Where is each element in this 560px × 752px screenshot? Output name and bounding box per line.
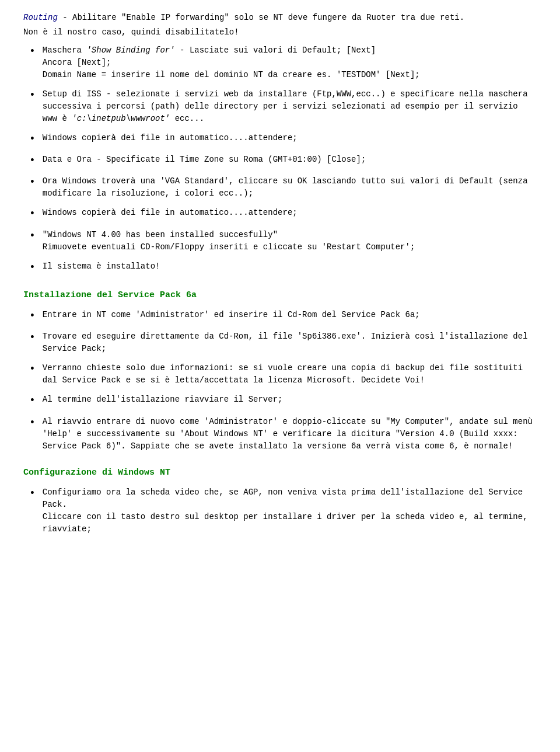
bullet-icon: • [29, 394, 36, 408]
routing-description: - Abilitare "Enable IP forwarding" solo … [58, 13, 464, 22]
bullet-content-windows-copy-1: Windows copierà dei file in automatico..… [43, 132, 537, 144]
list-item: • Il sistema è installato! [23, 260, 537, 275]
routing-link: Routing [23, 13, 58, 22]
bullet-content-verranno: Verranno chieste solo due informazioni: … [43, 362, 537, 387]
bullet-content-windows-nt: "Windows NT 4.00 has been installed succ… [43, 229, 537, 253]
config-windows-heading: Configurazione di Windows NT [23, 466, 537, 480]
list-item: • Configuriamo ora la scheda video che, … [23, 486, 537, 535]
bullet-icon: • [29, 486, 36, 501]
bullet-icon: • [29, 207, 36, 221]
list-item: • Maschera 'Show Binding for' - Lasciate… [23, 44, 537, 81]
bullet-icon: • [29, 132, 36, 147]
list-item: • Windows copierà dei file in automatico… [23, 132, 537, 147]
list-item: • Ora Windows troverà una 'VGA Standard'… [23, 175, 537, 200]
bullet-content-setup: Setup di ISS - selezionate i servizi web… [43, 88, 537, 125]
bullet-icon: • [29, 44, 36, 59]
bullet-icon: • [29, 154, 36, 168]
bullet-icon: • [29, 229, 36, 243]
bullet-icon: • [29, 175, 36, 190]
bullet-content-sistema: Il sistema è installato! [43, 260, 537, 273]
list-item: • "Windows NT 4.00 has been installed su… [23, 229, 537, 253]
non-line: Non è il nostro caso, quindi disabilitat… [23, 26, 537, 39]
list-item: • Al riavvio entrare di nuovo come 'Admi… [23, 416, 537, 452]
bullet-content-riavvio: Al riavvio entrare di nuovo come 'Admini… [43, 416, 537, 452]
bullet-icon: • [29, 88, 36, 103]
service-pack-list: • Entrare in NT come 'Administrator' ed … [23, 309, 537, 452]
list-item: • Windows copierà dei file in automatico… [23, 207, 537, 221]
list-item: • Verranno chieste solo due informazioni… [23, 362, 537, 387]
bullet-content-maschera: Maschera 'Show Binding for' - Lasciate s… [43, 44, 537, 81]
list-item: • Al termine dell'istallazione riavviare… [23, 394, 537, 408]
intro-routing-paragraph: Routing - Abilitare "Enable IP forwardin… [23, 12, 537, 24]
config-windows-list: • Configuriamo ora la scheda video che, … [23, 486, 537, 535]
bullet-content-trovare: Trovare ed eseguire direttamente da Cd-R… [43, 330, 537, 355]
bullet-content-data-ora: Data e Ora - Specificate il Time Zone su… [43, 154, 537, 166]
bullet-icon: • [29, 362, 36, 377]
bullet-icon: • [29, 309, 36, 323]
service-pack-heading: Installazione del Service Pack 6a [23, 289, 537, 302]
bullet-content-termine: Al termine dell'istallazione riavviare i… [43, 394, 537, 406]
bullet-content-configuriamo: Configuriamo ora la scheda video che, se… [43, 486, 537, 535]
list-item: • Setup di ISS - selezionate i servizi w… [23, 88, 537, 125]
bullet-content-windows-copy-2: Windows copierà dei file in automatico..… [43, 207, 537, 219]
list-item: • Trovare ed eseguire direttamente da Cd… [23, 330, 537, 355]
bullet-content-entrare: Entrare in NT come 'Administrator' ed in… [43, 309, 537, 321]
bullet-icon: • [29, 416, 36, 430]
bullet-content-ora-windows: Ora Windows troverà una 'VGA Standard', … [43, 175, 537, 200]
main-bullet-list: • Maschera 'Show Binding for' - Lasciate… [23, 44, 537, 275]
list-item: • Entrare in NT come 'Administrator' ed … [23, 309, 537, 323]
list-item: • Data e Ora - Specificate il Time Zone … [23, 154, 537, 168]
bullet-icon: • [29, 260, 36, 275]
bullet-icon: • [29, 330, 36, 345]
